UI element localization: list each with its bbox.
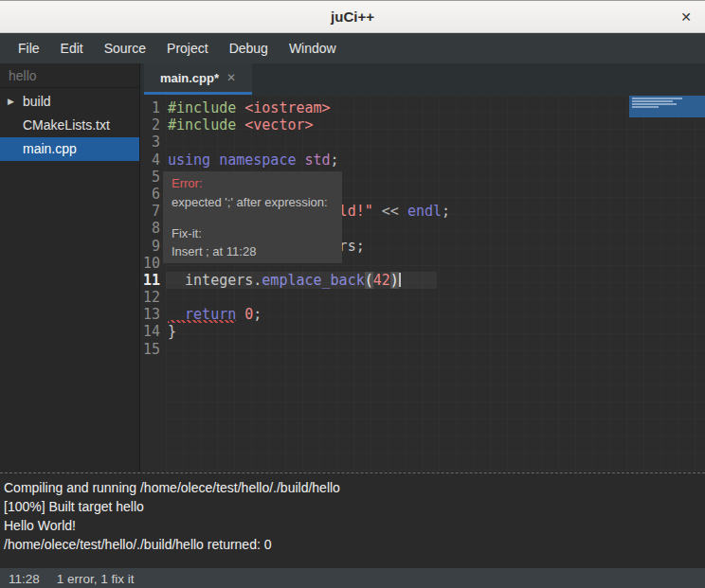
- tooltip-fixit-text: Insert ; at 11:28: [172, 243, 334, 259]
- menu-item-source[interactable]: Source: [94, 35, 156, 62]
- minimap-code-row: [632, 98, 682, 99]
- code-token: }: [168, 323, 176, 340]
- code-line[interactable]: 15: [140, 341, 705, 358]
- line-number: 2: [140, 116, 166, 134]
- code-token: ): [390, 272, 399, 289]
- output-line: [100%] Built target hello: [4, 497, 701, 516]
- code-token: [296, 151, 304, 169]
- code-line[interactable]: 4using namespace std;: [140, 151, 705, 169]
- code-token: integers: [185, 272, 253, 289]
- output-line: Hello World!: [4, 516, 701, 535]
- text-cursor: [399, 273, 401, 287]
- code-token: 0: [244, 306, 253, 323]
- code-line[interactable]: 3: [140, 134, 705, 151]
- line-number: 13: [140, 306, 166, 323]
- menu-item-edit[interactable]: Edit: [50, 35, 94, 62]
- line-number: 9: [140, 238, 166, 255]
- code-token: endl: [407, 203, 442, 220]
- code-text: }: [166, 323, 176, 340]
- code-token: return: [168, 306, 236, 323]
- code-token: (: [365, 272, 373, 289]
- code-token: ;: [356, 238, 365, 255]
- tree-item-cmakelists-txt[interactable]: CMakeLists.txt: [0, 114, 139, 137]
- code-token: #include: [168, 116, 244, 134]
- project-name: hello: [0, 63, 139, 88]
- main-area: hello ▶buildCMakeLists.txtmain.cpp main.…: [0, 63, 705, 472]
- code-token: 42: [373, 272, 390, 289]
- code-line[interactable]: 2#include <vector>: [140, 116, 705, 134]
- code-token: using: [168, 151, 210, 169]
- close-window-icon[interactable]: ✕: [680, 9, 692, 25]
- code-token: ;: [331, 151, 339, 169]
- code-text: [166, 289, 168, 306]
- tree-item-build[interactable]: ▶build: [0, 90, 139, 114]
- cursor-position: 11:28: [9, 572, 40, 586]
- menu-item-window[interactable]: Window: [279, 35, 347, 62]
- tooltip-fixit-label: Fix-it:: [172, 225, 334, 241]
- overview-map-indicator[interactable]: [629, 96, 705, 117]
- code-text: #include <vector>: [166, 116, 314, 134]
- code-text: [166, 134, 168, 151]
- code-token: std: [305, 151, 331, 169]
- code-token: [236, 306, 244, 323]
- code-token: .: [253, 272, 262, 289]
- tab-label: main.cpp*: [160, 71, 219, 85]
- line-number: 15: [140, 341, 166, 358]
- code-editor[interactable]: 1#include <iostream>2#include <vector>34…: [140, 95, 705, 472]
- menu-item-file[interactable]: File: [8, 35, 50, 62]
- tooltip-error-text: expected ';' after expression:: [172, 194, 334, 210]
- line-number: 12: [140, 289, 166, 306]
- menu-item-project[interactable]: Project: [156, 35, 219, 62]
- code-line[interactable]: 1#include <iostream>: [140, 99, 705, 116]
- diagnostics-summary: 1 error, 1 fix it: [57, 572, 135, 586]
- output-line: /home/olece/test/hello/./build/hello ret…: [4, 535, 701, 554]
- code-line[interactable]: 12: [140, 289, 705, 306]
- output-line: Compiling and running /home/olece/test/h…: [4, 478, 701, 497]
- tooltip-error-label: Error:: [172, 175, 334, 191]
- code-line[interactable]: 14}: [140, 323, 705, 340]
- file-tree: ▶buildCMakeLists.txtmain.cpp: [0, 88, 139, 161]
- pane-splitter-handle[interactable]: [0, 472, 705, 474]
- code-text: #include <iostream>: [166, 99, 331, 116]
- code-text: integers.emplace_back(42): [166, 272, 401, 289]
- code-token: <vector>: [244, 116, 313, 134]
- code-token: #include: [168, 99, 244, 116]
- file-tree-sidebar: hello ▶buildCMakeLists.txtmain.cpp: [0, 63, 139, 472]
- line-number: 4: [140, 151, 166, 169]
- code-line[interactable]: 13 return 0;: [140, 306, 705, 323]
- line-number: 7: [140, 203, 166, 220]
- tree-item-main-cpp[interactable]: main.cpp: [0, 137, 139, 161]
- line-number: 10: [140, 255, 166, 272]
- minimap-code-row: [632, 106, 659, 108]
- line-number: 8: [140, 220, 166, 237]
- code-line[interactable]: 11 integers.emplace_back(42): [140, 272, 705, 289]
- line-number: 14: [140, 323, 166, 340]
- menu-item-debug[interactable]: Debug: [219, 35, 279, 62]
- minimap-code-row: [632, 100, 673, 102]
- code-token: namespace: [219, 151, 296, 169]
- tab-close-icon[interactable]: ✕: [226, 71, 236, 84]
- editor-column: main.cpp* ✕ 1#include <iostream>2#includ…: [139, 63, 705, 472]
- status-bar: 11:28 1 error, 1 fix it: [0, 568, 705, 588]
- line-number: 5: [140, 169, 166, 186]
- tree-item-label: CMakeLists.txt: [23, 117, 110, 133]
- code-token: [399, 203, 407, 220]
- code-token: ;: [253, 306, 262, 323]
- line-number: 3: [140, 134, 166, 151]
- line-number: 1: [140, 99, 166, 116]
- title-bar[interactable]: juCi++ ✕: [0, 1, 705, 33]
- code-token: [210, 151, 219, 169]
- build-output-panel: Compiling and running /home/olece/test/h…: [0, 474, 705, 568]
- tab-main-cpp[interactable]: main.cpp* ✕: [144, 63, 252, 95]
- code-token: <<: [382, 203, 399, 220]
- line-number: 11: [140, 272, 166, 289]
- tab-bar: main.cpp* ✕: [140, 63, 705, 95]
- tree-item-label: main.cpp: [23, 141, 77, 156]
- code-token: <iostream>: [244, 99, 330, 116]
- expand-arrow-icon[interactable]: ▶: [8, 90, 14, 114]
- tree-item-label: build: [23, 94, 51, 109]
- code-text: return 0;: [166, 306, 262, 323]
- code-token: emplace_back: [262, 272, 364, 289]
- code-token: ;: [442, 203, 450, 220]
- app-window: juCi++ ✕ FileEditSourceProjectDebugWindo…: [0, 0, 705, 588]
